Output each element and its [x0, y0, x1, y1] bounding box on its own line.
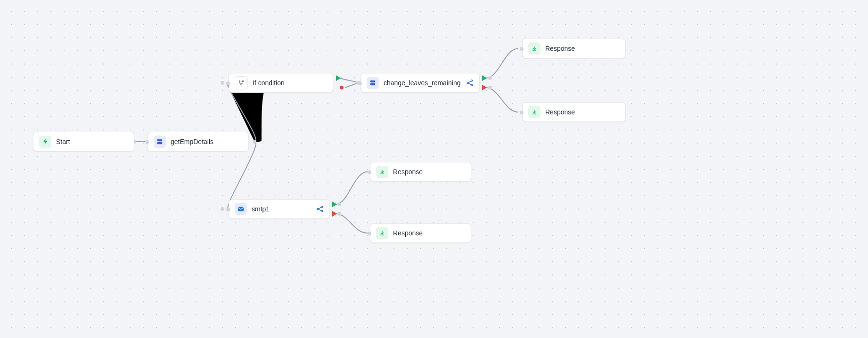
node-smtp1[interactable]: smtp1	[229, 199, 330, 219]
share-icon	[466, 79, 474, 87]
download-icon	[528, 42, 540, 55]
node-label: getEmpDetails	[171, 138, 243, 145]
node-label: If condition	[253, 79, 327, 87]
data-block-icon	[367, 77, 379, 89]
node-response[interactable]: Response	[522, 102, 626, 122]
node-label: smtp1	[252, 205, 312, 213]
node-response[interactable]: Response	[370, 223, 471, 243]
node-if-condition[interactable]: If condition	[229, 73, 333, 93]
share-icon	[316, 205, 324, 213]
download-icon	[528, 106, 540, 118]
node-label: Response	[545, 45, 620, 52]
node-label: Start	[56, 138, 128, 145]
node-change-leaves-remaining[interactable]: change_leaves_remaining	[360, 73, 480, 93]
svg-rect-7	[157, 139, 163, 141]
node-response[interactable]: Response	[522, 39, 626, 58]
node-label: Response	[393, 168, 465, 176]
svg-rect-13	[370, 83, 376, 85]
svg-rect-8	[157, 142, 163, 144]
download-icon	[376, 166, 388, 178]
node-response[interactable]: Response	[370, 162, 471, 182]
node-label: change_leaves_remaining	[384, 79, 462, 87]
node-label: Response	[393, 229, 465, 237]
branch-icon	[235, 76, 248, 89]
svg-rect-12	[370, 80, 376, 82]
node-label: Response	[545, 108, 620, 116]
download-icon	[376, 227, 388, 239]
node-get-emp-details[interactable]: getEmpDetails	[147, 132, 249, 152]
node-start[interactable]: Start	[33, 132, 134, 152]
lightning-icon	[39, 136, 51, 148]
data-block-icon	[154, 136, 166, 148]
mail-icon	[235, 203, 247, 215]
